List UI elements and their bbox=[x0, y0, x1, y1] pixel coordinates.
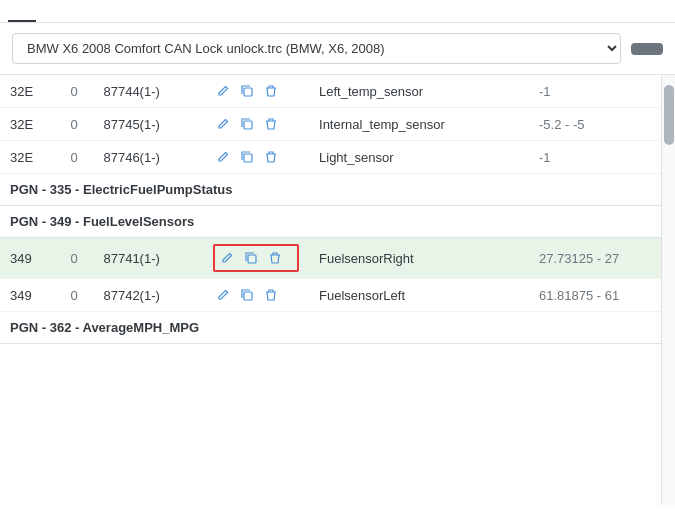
section-header-row: PGN - 349 - FuelLevelSensors bbox=[0, 206, 661, 238]
toolbar: BMW X6 2008 Comfort CAN Lock unlock.trc … bbox=[0, 23, 675, 75]
row-msg: 87746(1-) bbox=[93, 141, 203, 174]
edit-icon[interactable] bbox=[213, 81, 233, 101]
svg-rect-3 bbox=[248, 255, 256, 263]
delete-icon[interactable] bbox=[261, 81, 281, 101]
actions-cell bbox=[203, 75, 309, 108]
row-id: 32E bbox=[0, 108, 60, 141]
table-row: 32E 0 87744(1-) bbox=[0, 75, 661, 108]
delete-icon[interactable] bbox=[261, 285, 281, 305]
table-row: 349 0 87741(1-) bbox=[0, 238, 661, 279]
copy-icon[interactable] bbox=[237, 147, 257, 167]
row-num: 0 bbox=[60, 108, 93, 141]
row-value: -1 bbox=[529, 141, 661, 174]
svg-rect-4 bbox=[244, 292, 252, 300]
data-table: 32E 0 87744(1-) bbox=[0, 75, 661, 344]
edit-icon[interactable] bbox=[213, 147, 233, 167]
actions-cell bbox=[203, 108, 309, 141]
tab-clone[interactable] bbox=[64, 0, 92, 22]
tab-export[interactable] bbox=[92, 0, 120, 22]
row-value: -1 bbox=[529, 75, 661, 108]
actions-cell bbox=[203, 238, 309, 279]
scrollbar-track[interactable] bbox=[661, 75, 675, 505]
row-id: 32E bbox=[0, 75, 60, 108]
edit-icon[interactable] bbox=[213, 285, 233, 305]
row-id: 349 bbox=[0, 238, 60, 279]
file-select[interactable]: BMW X6 2008 Comfort CAN Lock unlock.trc … bbox=[12, 33, 621, 64]
row-num: 0 bbox=[60, 279, 93, 312]
row-msg: 87744(1-) bbox=[93, 75, 203, 108]
row-num: 0 bbox=[60, 238, 93, 279]
row-msg: 87742(1-) bbox=[93, 279, 203, 312]
table-row: 32E 0 87746(1-) bbox=[0, 141, 661, 174]
row-name: Left_temp_sensor bbox=[309, 75, 529, 108]
tab-bar bbox=[0, 0, 675, 23]
section-header-row: PGN - 362 - AverageMPH_MPG bbox=[0, 312, 661, 344]
copy-icon[interactable] bbox=[237, 81, 257, 101]
edit-icon[interactable] bbox=[213, 114, 233, 134]
delete-icon[interactable] bbox=[261, 147, 281, 167]
row-name: Internal_temp_sensor bbox=[309, 108, 529, 141]
main-area: 32E 0 87744(1-) bbox=[0, 75, 675, 505]
row-value: 61.81875 - 61 bbox=[529, 279, 661, 312]
table-container[interactable]: 32E 0 87744(1-) bbox=[0, 75, 661, 505]
section-header-label: PGN - 335 - ElectricFuelPumpStatus bbox=[0, 174, 661, 206]
row-msg: 87741(1-) bbox=[93, 238, 203, 279]
row-num: 0 bbox=[60, 141, 93, 174]
copy-icon[interactable] bbox=[237, 114, 257, 134]
section-header-row: PGN - 335 - ElectricFuelPumpStatus bbox=[0, 174, 661, 206]
row-value: 27.73125 - 27 bbox=[529, 238, 661, 279]
copy-icon[interactable] bbox=[237, 285, 257, 305]
row-id: 349 bbox=[0, 279, 60, 312]
table-row: 349 0 87742(1-) bbox=[0, 279, 661, 312]
svg-rect-1 bbox=[244, 121, 252, 129]
svg-rect-0 bbox=[244, 88, 252, 96]
section-header-label: PGN - 362 - AverageMPH_MPG bbox=[0, 312, 661, 344]
table-row: 32E 0 87745(1-) bbox=[0, 108, 661, 141]
actions-cell bbox=[203, 279, 309, 312]
section-header-label: PGN - 349 - FuelLevelSensors bbox=[0, 206, 661, 238]
row-num: 0 bbox=[60, 75, 93, 108]
tab-parsing[interactable] bbox=[36, 0, 64, 22]
row-value: -5.2 - -5 bbox=[529, 108, 661, 141]
actions-cell bbox=[203, 141, 309, 174]
row-name: FuelsensorLeft bbox=[309, 279, 529, 312]
scrollbar-thumb[interactable] bbox=[664, 85, 674, 145]
row-name: Light_sensor bbox=[309, 141, 529, 174]
row-id: 32E bbox=[0, 141, 60, 174]
delete-icon[interactable] bbox=[261, 114, 281, 134]
copy-icon[interactable] bbox=[241, 248, 261, 268]
row-msg: 87745(1-) bbox=[93, 108, 203, 141]
filter-button[interactable] bbox=[631, 43, 663, 55]
svg-rect-2 bbox=[244, 154, 252, 162]
tab-bmw[interactable] bbox=[8, 0, 36, 22]
delete-icon[interactable] bbox=[265, 248, 285, 268]
row-name: FuelsensorRight bbox=[309, 238, 529, 279]
edit-icon[interactable] bbox=[217, 248, 237, 268]
